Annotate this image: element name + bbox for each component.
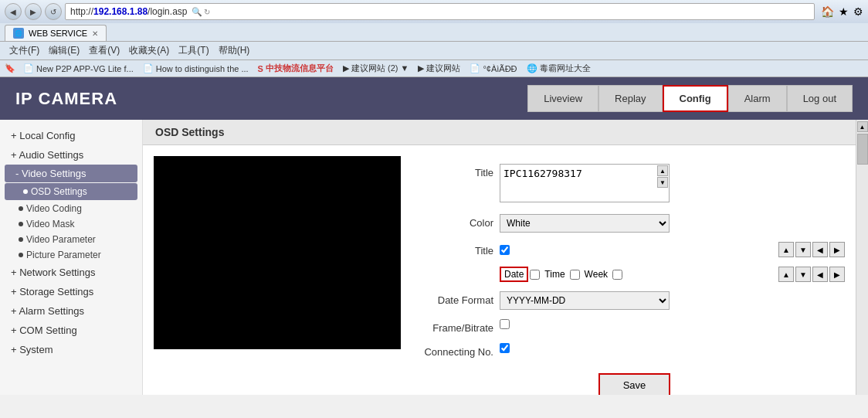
- title-checkbox[interactable]: [500, 245, 510, 255]
- save-button[interactable]: Save: [598, 373, 671, 395]
- reload-button[interactable]: ↺: [45, 3, 62, 20]
- connecting-no-row: Connecting No.: [424, 343, 845, 358]
- address-prefix: http://: [70, 6, 93, 17]
- video-param-dot: [19, 237, 23, 242]
- scroll-up-arrow[interactable]: ▲: [857, 121, 868, 132]
- video-mask-dot: [19, 222, 23, 226]
- bookmark-5[interactable]: ▶ 建议网站: [415, 62, 463, 75]
- video-preview: [154, 156, 401, 349]
- pos-btn-up[interactable]: ▲: [778, 242, 794, 257]
- title-row: Title IPC1162798317 ▲ ▼: [424, 164, 845, 205]
- scroll-thumb[interactable]: [857, 134, 868, 165]
- menu-favorites[interactable]: 收藏夹(A): [124, 42, 174, 59]
- pos-btn-left[interactable]: ◀: [812, 242, 828, 257]
- time-checkbox[interactable]: [570, 270, 580, 280]
- bookmark-7[interactable]: 🌐 毒霸网址大全: [524, 62, 594, 75]
- browser-tab[interactable]: 🌐 WEB SERVICE ✕: [5, 25, 107, 41]
- date-format-select[interactable]: YYYY-MM-DD MM-DD-YYYY DD-MM-YYYY: [500, 291, 670, 310]
- menu-edit[interactable]: 编辑(E): [44, 42, 84, 59]
- browser-toolbar-icons: 🏠 ★ ⚙: [821, 5, 863, 18]
- connecting-no-control: [500, 343, 845, 355]
- datetime-checkboxes: Date Time Week: [500, 267, 622, 282]
- sidebar-item-video-coding[interactable]: Video Coding: [0, 201, 142, 216]
- nav-liveview[interactable]: Liveview: [527, 85, 598, 112]
- sidebar-item-video-parameter[interactable]: Video Parameter: [0, 232, 142, 247]
- back-button[interactable]: ◀: [5, 3, 22, 20]
- bookmark-1[interactable]: 📄 New P2P APP-VG Lite f...: [20, 63, 137, 74]
- dt-pos-btn-right[interactable]: ▶: [829, 267, 845, 282]
- osd-dot: [23, 189, 28, 194]
- sidebar-item-storage-settings[interactable]: + Storage Settings: [0, 282, 142, 301]
- week-checkbox[interactable]: [612, 270, 622, 280]
- frame-bitrate-label: Frame/Bitrate: [424, 319, 493, 334]
- browser-titlebar: ◀ ▶ ↺ http://192.168.1.88/login.asp 🔍 ↻ …: [0, 0, 868, 23]
- scrollbar: ▲: [856, 120, 868, 395]
- address-bar[interactable]: http://192.168.1.88/login.asp 🔍 ↻: [65, 3, 815, 20]
- pos-btn-right[interactable]: ▶: [829, 242, 845, 257]
- home-icon[interactable]: 🏠: [821, 5, 834, 18]
- sidebar-item-system[interactable]: + System: [0, 340, 142, 359]
- title-scroll-down[interactable]: ▼: [657, 177, 668, 188]
- date-checkbox[interactable]: [530, 270, 540, 280]
- sidebar-item-osd-settings[interactable]: OSD Settings: [5, 183, 137, 200]
- frame-bitrate-checkbox[interactable]: [500, 319, 510, 329]
- sidebar-item-video-mask[interactable]: Video Mask: [0, 216, 142, 232]
- sidebar-item-picture-parameter[interactable]: Picture Parameter: [0, 247, 142, 263]
- sidebar-item-com-setting[interactable]: + COM Setting: [0, 321, 142, 340]
- menu-tools[interactable]: 工具(T): [174, 42, 213, 59]
- app-container: IP CAMERA Liveview Replay Config Alarm L…: [0, 77, 868, 395]
- title-position-btns: ▲ ▼ ◀ ▶: [778, 242, 845, 257]
- bookmark-2[interactable]: 📄 How to distinguish the ...: [140, 63, 252, 74]
- menu-file[interactable]: 文件(F): [5, 42, 44, 59]
- title-scroll-up[interactable]: ▲: [657, 165, 668, 176]
- search-icon: 🔍: [192, 7, 202, 17]
- favorites-icon[interactable]: ★: [839, 5, 849, 18]
- sidebar-item-video-settings[interactable]: - Video Settings: [5, 165, 137, 182]
- color-control: White Black Red Green Blue Yellow: [500, 214, 845, 233]
- nav-config[interactable]: Config: [663, 85, 728, 112]
- nav-replay[interactable]: Replay: [598, 85, 662, 112]
- date-format-row: Date Format YYYY-MM-DD MM-DD-YYYY DD-MM-…: [424, 291, 845, 310]
- datetime-control: Date Time Week ▲ ▼ ◀ ▶: [500, 267, 845, 282]
- save-btn-area: Save: [424, 373, 845, 395]
- title-input[interactable]: IPC1162798317: [500, 164, 670, 202]
- sidebar-item-network-settings[interactable]: + Network Settings: [0, 263, 142, 282]
- sidebar-item-local-config[interactable]: + Local Config: [0, 126, 142, 145]
- datetime-row: Date Time Week ▲ ▼ ◀ ▶: [424, 267, 845, 282]
- sidebar-item-alarm-settings[interactable]: + Alarm Settings: [0, 301, 142, 321]
- settings-icon[interactable]: ⚙: [853, 5, 863, 18]
- tab-close-button[interactable]: ✕: [92, 29, 98, 38]
- nav-alarm[interactable]: Alarm: [728, 85, 787, 112]
- dt-pos-btn-left[interactable]: ◀: [812, 267, 828, 282]
- tab-title: WEB SERVICE: [29, 29, 87, 38]
- bookmark-6[interactable]: 📄 °¢ÀìÃÐÐ: [466, 63, 520, 74]
- nav-logout[interactable]: Log out: [787, 85, 853, 112]
- dt-pos-btn-down[interactable]: ▼: [795, 267, 811, 282]
- color-label: Color: [424, 214, 493, 229]
- address-path: /login.asp: [147, 6, 187, 17]
- address-host: 192.168.1.88: [93, 6, 147, 17]
- title-label: Title: [424, 164, 493, 178]
- menu-help[interactable]: 帮助(H): [214, 42, 255, 59]
- title-scrollbar: ▲ ▼: [657, 165, 668, 188]
- tab-favicon: 🌐: [13, 28, 24, 39]
- dt-pos-btn-up[interactable]: ▲: [778, 267, 794, 282]
- color-select[interactable]: White Black Red Green Blue Yellow: [500, 214, 670, 233]
- menu-view[interactable]: 查看(V): [84, 42, 124, 59]
- week-label: Week: [581, 269, 611, 280]
- connecting-no-checkbox[interactable]: [500, 343, 510, 353]
- settings-panel: Title IPC1162798317 ▲ ▼: [424, 156, 845, 395]
- forward-button[interactable]: ▶: [25, 3, 42, 20]
- video-coding-dot: [19, 206, 23, 211]
- bookmarks-bar: 🔖 📄 New P2P APP-VG Lite f... 📄 How to di…: [0, 59, 868, 76]
- bookmark-4[interactable]: ▶ 建议网站 (2) ▼: [340, 62, 412, 75]
- pos-btn-down[interactable]: ▼: [795, 242, 811, 257]
- title-checkbox-row: Title ▲ ▼ ◀ ▶: [424, 242, 845, 257]
- browser-chrome: ◀ ▶ ↺ http://192.168.1.88/login.asp 🔍 ↻ …: [0, 0, 868, 77]
- bookmark-3[interactable]: S 中技物流信息平台: [255, 62, 337, 75]
- connecting-no-label: Connecting No.: [424, 343, 493, 358]
- date-label: Date: [500, 267, 528, 282]
- tab-bar: 🌐 WEB SERVICE ✕: [0, 23, 868, 41]
- app-title: IP CAMERA: [15, 89, 117, 109]
- sidebar-item-audio-settings[interactable]: + Audio Settings: [0, 145, 142, 165]
